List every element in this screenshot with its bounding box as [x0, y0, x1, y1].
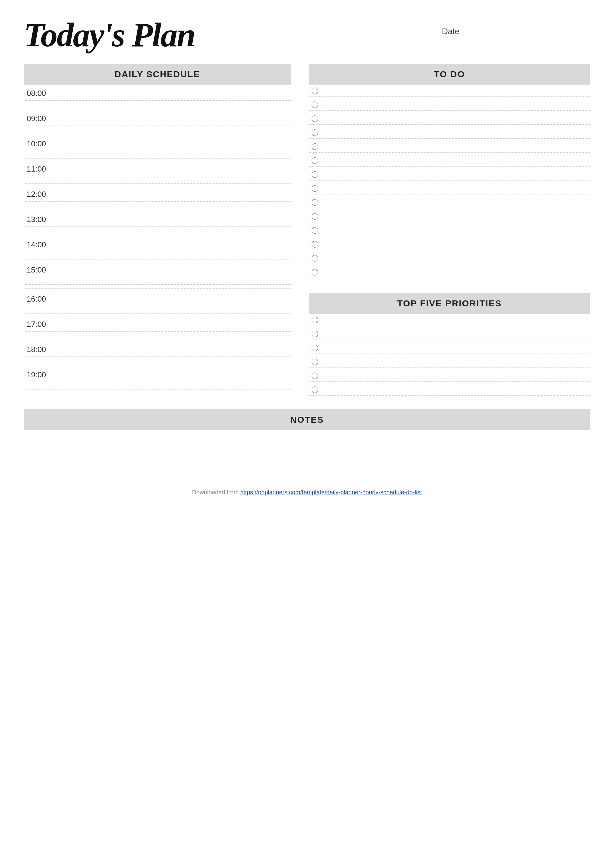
header: Today's Plan Date — [24, 18, 590, 52]
todo-line — [309, 208, 590, 208]
todo-item[interactable] — [309, 85, 590, 95]
schedule-line — [24, 176, 291, 176]
priority-item[interactable] — [309, 342, 590, 352]
todo-header: TO DO — [309, 64, 590, 85]
time-1300: 13:00 — [24, 211, 291, 225]
todo-item[interactable] — [309, 210, 590, 220]
priority-item[interactable] — [309, 356, 590, 366]
schedule-line — [24, 100, 291, 101]
todo-checkbox[interactable] — [312, 101, 318, 108]
priority-line — [309, 354, 590, 354]
priority-item[interactable] — [309, 384, 590, 394]
todo-item[interactable] — [309, 154, 590, 165]
todo-checkbox[interactable] — [312, 171, 318, 178]
footer: Downloaded from https://onplanners.com/t… — [24, 489, 590, 496]
schedule-line — [24, 382, 291, 382]
daily-schedule-header: DAILY SCHEDULE — [24, 64, 291, 85]
priorities-section: TOP FIVE PRIORITIES — [309, 293, 590, 396]
schedule-line — [24, 201, 291, 202]
todo-line — [309, 124, 590, 125]
schedule-line — [24, 306, 291, 306]
priority-checkbox[interactable] — [312, 359, 318, 365]
todo-checkbox[interactable] — [312, 185, 318, 192]
todo-item[interactable] — [309, 238, 590, 248]
schedule-half-line — [24, 180, 291, 184]
todo-line — [309, 180, 590, 180]
todo-checkbox[interactable] — [312, 241, 318, 248]
todo-item[interactable] — [309, 196, 590, 206]
schedule-line — [24, 126, 291, 126]
priority-line — [309, 395, 590, 396]
todo-item[interactable] — [309, 140, 590, 151]
todo-item[interactable] — [309, 112, 590, 123]
schedule-extra-line — [24, 288, 291, 289]
time-1800: 18:00 — [24, 341, 291, 355]
todo-line — [309, 110, 590, 111]
todo-item[interactable] — [309, 168, 590, 179]
priority-checkbox[interactable] — [312, 373, 318, 379]
todo-checkbox[interactable] — [312, 199, 318, 206]
notes-section: NOTES — [24, 409, 590, 474]
date-line — [442, 38, 590, 38]
schedule-row-1100: 11:00 — [24, 160, 291, 186]
page-title: Today's Plan — [24, 18, 195, 52]
todo-checkbox[interactable] — [312, 115, 318, 122]
todo-checkbox[interactable] — [312, 255, 318, 261]
priority-item[interactable] — [309, 314, 590, 324]
todo-line — [309, 222, 590, 222]
schedule-row-1200: 12:00 — [24, 186, 291, 211]
todo-checkbox[interactable] — [312, 143, 318, 150]
todo-line — [309, 236, 590, 236]
todo-checkbox[interactable] — [312, 269, 318, 275]
date-label: Date — [442, 27, 590, 36]
schedule-row-1400: 14:00 — [24, 236, 291, 261]
priority-line — [309, 340, 590, 340]
schedule-row-1900: 19:00 — [24, 366, 291, 391]
schedule-half-line — [24, 256, 291, 259]
schedule-row-1600: 16:00 — [24, 290, 291, 315]
todo-list — [309, 85, 590, 278]
time-1200: 12:00 — [24, 186, 291, 199]
time-0800: 08:00 — [24, 85, 291, 99]
priority-item[interactable] — [309, 328, 590, 338]
priority-checkbox[interactable] — [312, 317, 318, 323]
todo-checkbox[interactable] — [312, 213, 318, 220]
schedule-row-0800: 08:00 — [24, 85, 291, 110]
todo-checkbox[interactable] — [312, 157, 318, 164]
todo-item[interactable] — [309, 252, 590, 262]
todo-item[interactable] — [309, 224, 590, 234]
schedule-row-0900: 09:00 — [24, 110, 291, 135]
schedule-half-line — [24, 205, 291, 209]
todo-checkbox[interactable] — [312, 88, 318, 94]
todo-checkbox[interactable] — [312, 227, 318, 234]
schedule-line — [24, 151, 291, 151]
priority-item[interactable] — [309, 370, 590, 380]
todo-checkbox[interactable] — [312, 129, 318, 136]
todo-item[interactable] — [309, 266, 590, 276]
schedule-half-line — [24, 281, 291, 285]
schedule-half-line — [24, 129, 291, 133]
time-0900: 09:00 — [24, 110, 291, 124]
todo-item[interactable] — [309, 182, 590, 193]
schedule-half-line — [24, 386, 291, 390]
footer-text: Downloaded from — [192, 489, 240, 495]
schedule-row-1700: 17:00 — [24, 315, 291, 341]
priority-checkbox[interactable] — [312, 331, 318, 337]
priorities-list — [309, 314, 590, 396]
priority-checkbox[interactable] — [312, 387, 318, 393]
todo-line — [309, 194, 590, 194]
priority-checkbox[interactable] — [312, 345, 318, 351]
time-1000: 10:00 — [24, 135, 291, 149]
todo-line — [309, 250, 590, 250]
time-1700: 17:00 — [24, 315, 291, 329]
notes-header: NOTES — [24, 409, 590, 430]
date-section: Date — [442, 18, 590, 38]
todo-item[interactable] — [309, 99, 590, 109]
schedule-list: 08:00 09:00 10:00 11:00 — [24, 85, 291, 391]
schedule-row-1800: 18:00 — [24, 341, 291, 366]
schedule-line — [24, 227, 291, 227]
priority-line — [309, 326, 590, 326]
right-column: TO DO — [309, 64, 590, 398]
todo-item[interactable] — [309, 126, 590, 137]
footer-link[interactable]: https://onplanners.com/template/daily-pl… — [240, 489, 422, 495]
